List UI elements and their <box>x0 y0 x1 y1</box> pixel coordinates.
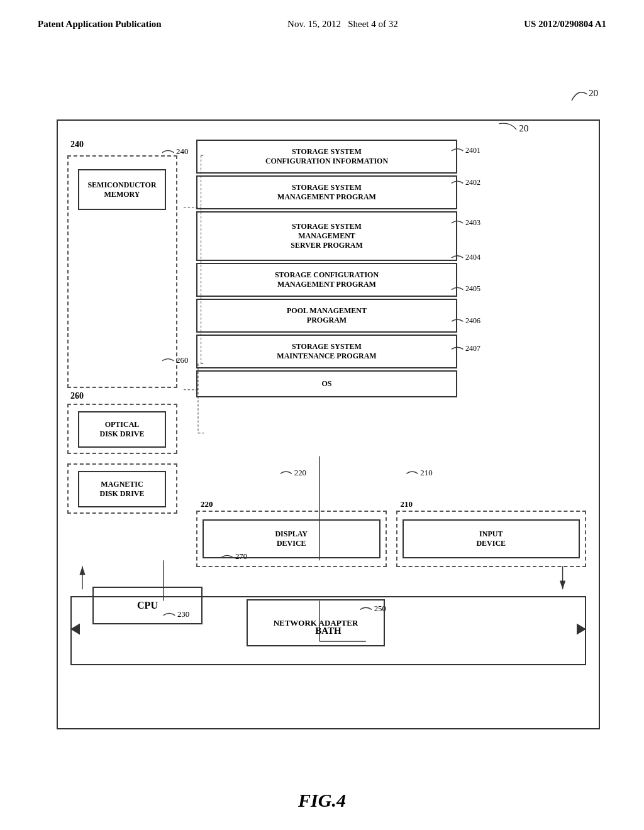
box-2403: STORAGE SYSTEMMANAGEMENTSERVER PROGRAM <box>196 211 457 261</box>
label-220: 220 <box>201 499 213 509</box>
box-2405: POOL MANAGEMENTPROGRAM <box>196 299 457 333</box>
patent-number: US 2012/0290804 A1 <box>524 19 606 30</box>
display-inner-box: DISPLAYDEVICE <box>203 519 380 558</box>
box-2401: STORAGE SYSTEMCONFIGURATION INFORMATION <box>196 140 457 174</box>
svg-text:2402: 2402 <box>465 178 480 187</box>
svg-text:220: 220 <box>294 468 306 477</box>
magnetic-box: MAGNETIC DISK DRIVE <box>78 471 166 507</box>
diagram-area: 20 240 260 2401 2402 2403 2404 2405 <box>38 82 606 767</box>
io-section: 220 DISPLAYDEVICE 210 INPUTDEVICE <box>196 511 586 567</box>
pub-date: Nov. 15, 2012 <box>287 19 341 29</box>
semiconductor-memory-box: SEMICONDUCTOR MEMORY <box>78 169 166 210</box>
network-label: NETWORK ADAPTER <box>274 618 358 628</box>
svg-marker-20 <box>560 580 565 589</box>
optical-dashed-box: OPTICAL DISK DRIVE <box>67 404 177 454</box>
network-box: NETWORK ADAPTER <box>247 599 385 646</box>
svg-text:20: 20 <box>589 88 598 98</box>
box-2406: STORAGE SYSTEMMAINTENANCE PROGRAM <box>196 335 457 368</box>
arrow-20-svg: 20 <box>569 85 606 104</box>
publication-label: Patent Application Publication <box>38 19 162 30</box>
svg-text:260: 260 <box>176 356 188 365</box>
box-2404: STORAGE CONFIGURATIONMANAGEMENT PROGRAM <box>196 263 457 297</box>
box-2407: OS <box>196 370 457 397</box>
bath-right-arrow <box>570 622 586 638</box>
label-260: 260 <box>70 391 84 401</box>
header-center: Nov. 15, 2012 Sheet 4 of 32 <box>287 19 398 30</box>
svg-text:210: 210 <box>420 468 432 477</box>
svg-marker-18 <box>79 566 85 575</box>
svg-marker-30 <box>70 624 80 635</box>
display-dashed-box: 220 DISPLAYDEVICE <box>196 511 387 567</box>
ref-20-label: 20 <box>569 85 606 106</box>
label-210: 210 <box>401 499 413 509</box>
svg-text:2407: 2407 <box>465 344 480 353</box>
page-header: Patent Application Publication Nov. 15, … <box>0 0 644 36</box>
outer-system-box: 20 240 260 2401 2402 2403 2404 2405 <box>57 119 600 729</box>
optical-box: OPTICAL DISK DRIVE <box>78 411 166 448</box>
programs-column: STORAGE SYSTEMCONFIGURATION INFORMATION … <box>196 140 457 397</box>
svg-text:2403: 2403 <box>465 218 480 227</box>
figure-label: FIG.4 <box>298 790 346 811</box>
svg-text:2406: 2406 <box>465 316 480 325</box>
cpu-box: CPU <box>92 587 203 624</box>
svg-text:2405: 2405 <box>465 284 480 293</box>
svg-text:20: 20 <box>519 123 529 133</box>
bath-left-arrow <box>70 622 86 638</box>
input-inner-box: INPUTDEVICE <box>402 519 580 558</box>
memory-dashed-box: SEMICONDUCTOR MEMORY <box>67 155 177 388</box>
svg-text:2404: 2404 <box>465 253 480 262</box>
input-dashed-box: 210 INPUTDEVICE <box>396 511 587 567</box>
box-2402: STORAGE SYSTEMMANAGEMENT PROGRAM <box>196 175 457 209</box>
svg-text:2401: 2401 <box>465 146 480 155</box>
svg-text:240: 240 <box>176 147 188 156</box>
magnetic-dashed-box: MAGNETIC DISK DRIVE <box>67 463 177 514</box>
svg-marker-31 <box>577 624 586 635</box>
label-240: 240 <box>70 140 84 150</box>
sheet-info: Sheet 4 of 32 <box>348 19 398 29</box>
cpu-label: CPU <box>137 600 158 611</box>
